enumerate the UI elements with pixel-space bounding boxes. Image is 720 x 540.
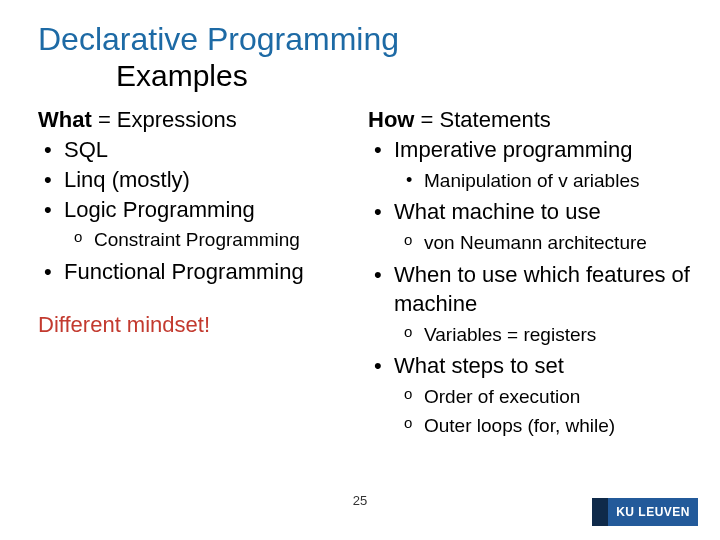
how-sub-outer-loops: Outer loops (for, while) bbox=[394, 412, 690, 441]
how-list: Imperative programming Manipulation of v… bbox=[368, 135, 690, 440]
logo-accent bbox=[592, 498, 608, 526]
what-item-logic: Logic Programming Constraint Programming bbox=[38, 195, 360, 255]
how-machine-sublist: von Neumann architecture bbox=[394, 229, 690, 258]
what-list: SQL Linq (mostly) Logic Programming Cons… bbox=[38, 135, 360, 286]
how-sub-variables-registers: Variables = registers bbox=[394, 321, 690, 350]
what-logic-sublist: Constraint Programming bbox=[64, 226, 360, 255]
how-item-machine: What machine to use von Neumann architec… bbox=[368, 197, 690, 257]
slide-title: Declarative Programming bbox=[38, 22, 690, 57]
how-sub-vonneumann: von Neumann architecture bbox=[394, 229, 690, 258]
column-how: How = Statements Imperative programming … bbox=[364, 107, 690, 442]
how-item-imperative: Imperative programming Manipulation of v… bbox=[368, 135, 690, 195]
how-imperative-sublist: Manipulation of v ariables bbox=[394, 167, 690, 196]
how-heading: How = Statements bbox=[368, 107, 690, 133]
how-sub-manipulation: Manipulation of v ariables bbox=[394, 167, 690, 196]
what-sub-constraint: Constraint Programming bbox=[64, 226, 360, 255]
how-item-steps: What steps to set Order of execution Out… bbox=[368, 351, 690, 440]
what-rest: = Expressions bbox=[92, 107, 237, 132]
column-what: What = Expressions SQL Linq (mostly) Log… bbox=[38, 107, 364, 442]
what-heading: What = Expressions bbox=[38, 107, 360, 133]
different-mindset: Different mindset! bbox=[38, 312, 360, 338]
what-item-logic-label: Logic Programming bbox=[64, 197, 255, 222]
slide: Declarative Programming Examples What = … bbox=[0, 0, 720, 540]
how-steps-sublist: Order of execution Outer loops (for, whi… bbox=[394, 383, 690, 440]
how-item-steps-label: What steps to set bbox=[394, 353, 564, 378]
how-item-when-label: When to use which features of machine bbox=[394, 262, 690, 317]
how-when-sublist: Variables = registers bbox=[394, 321, 690, 350]
what-item-functional: Functional Programming bbox=[38, 257, 360, 287]
slide-subtitle: Examples bbox=[116, 59, 690, 93]
how-sub-order: Order of execution bbox=[394, 383, 690, 412]
how-rest: = Statements bbox=[414, 107, 550, 132]
what-item-linq: Linq (mostly) bbox=[38, 165, 360, 195]
logo-text: KU LEUVEN bbox=[608, 498, 698, 526]
how-item-imperative-label: Imperative programming bbox=[394, 137, 632, 162]
how-item-when: When to use which features of machine Va… bbox=[368, 260, 690, 350]
what-word: What bbox=[38, 107, 92, 132]
how-item-machine-label: What machine to use bbox=[394, 199, 601, 224]
how-word: How bbox=[368, 107, 414, 132]
what-item-sql: SQL bbox=[38, 135, 360, 165]
ku-leuven-logo: KU LEUVEN bbox=[592, 498, 698, 526]
content-columns: What = Expressions SQL Linq (mostly) Log… bbox=[38, 107, 690, 442]
